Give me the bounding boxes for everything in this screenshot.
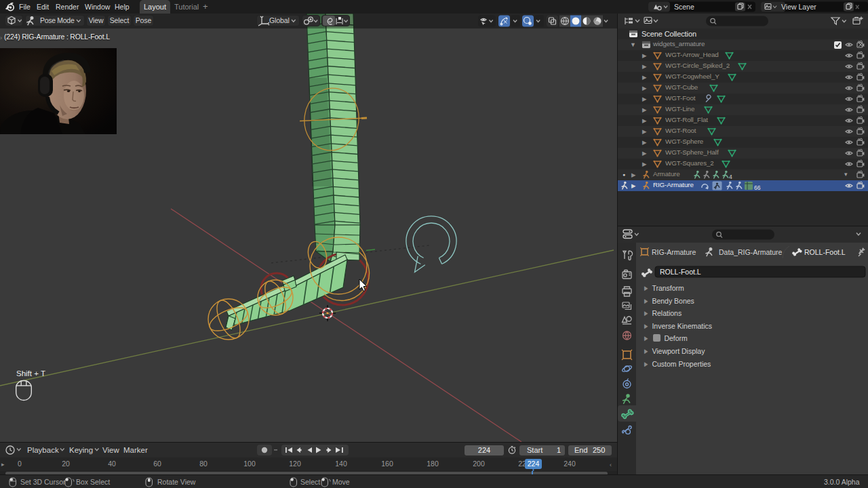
svg-text:Start: Start	[527, 446, 542, 454]
svg-text:ROLL-Foot.L: ROLL-Foot.L	[660, 268, 701, 276]
svg-text:40: 40	[108, 460, 116, 468]
svg-text:140: 140	[335, 460, 347, 468]
svg-text:Shift + T: Shift + T	[16, 369, 45, 378]
svg-text:80: 80	[199, 460, 208, 468]
svg-text:View Layer: View Layer	[781, 3, 816, 11]
svg-text:224: 224	[478, 446, 490, 454]
svg-text:ROLL-Foot.L: ROLL-Foot.L	[804, 248, 846, 256]
svg-text:End: End	[574, 446, 588, 454]
svg-text:60: 60	[153, 460, 161, 468]
svg-text:250: 250	[593, 446, 605, 454]
svg-text:20: 20	[62, 460, 70, 468]
svg-text:▸: ▸	[1, 461, 5, 468]
svg-text:200: 200	[473, 460, 485, 468]
svg-text:0: 0	[18, 460, 22, 468]
svg-text:180: 180	[427, 460, 439, 468]
svg-text:160: 160	[381, 460, 393, 468]
svg-text:View: View	[102, 446, 119, 454]
svg-text:RIG-Armature: RIG-Armature	[652, 248, 696, 256]
svg-text:1: 1	[557, 446, 561, 454]
svg-text:Scene: Scene	[674, 3, 694, 11]
svg-text:Data_RIG-Armature: Data_RIG-Armature	[719, 248, 783, 256]
svg-text:Keying: Keying	[69, 446, 93, 454]
svg-text:Marker: Marker	[123, 446, 148, 454]
svg-text:Playback: Playback	[27, 446, 59, 454]
svg-text:240: 240	[564, 460, 576, 468]
svg-text:‹: ‹	[610, 462, 612, 468]
svg-text:100: 100	[243, 460, 256, 468]
svg-text:224: 224	[528, 460, 540, 468]
svg-text:120: 120	[289, 460, 301, 468]
